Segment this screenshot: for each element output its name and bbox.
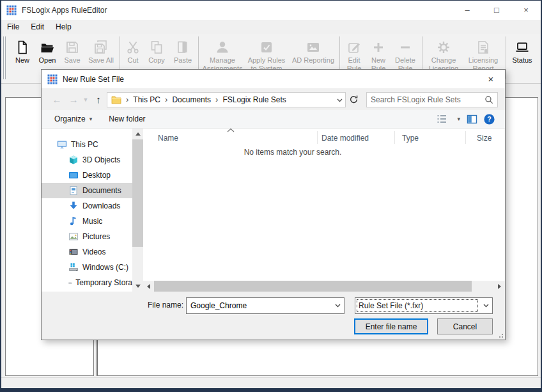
sidebar-item-windows-c[interactable]: Windows (C:) [42, 260, 132, 275]
dialog-navbar: ← → ▼ ↑ › This PC › Documents › FSLogix … [42, 89, 505, 110]
file-name-input[interactable] [187, 301, 331, 310]
dialog-commandbar: Organize ▾ New folder ▾ ? [42, 110, 505, 129]
chevron-down-icon[interactable] [331, 304, 344, 308]
column-separator[interactable] [394, 131, 395, 144]
paste-icon [175, 40, 190, 55]
new-rule-set-file-dialog: New Rule Set File × ← → ▼ ↑ › This PC › … [41, 69, 506, 340]
sidebar-item-3d-objects[interactable]: 3D Objects [42, 152, 132, 168]
edit-rule-button: Edit Rule [342, 34, 366, 73]
dialog-close-button[interactable]: × [480, 70, 502, 88]
toolbar-label: Save [64, 56, 80, 65]
organize-label: Organize [54, 114, 86, 123]
dialog-title: New Rule Set File [63, 75, 124, 84]
organize-button[interactable]: Organize ▾ [54, 114, 92, 123]
sidebar-item-label: 3D Objects [82, 155, 120, 164]
search-icon[interactable] [484, 95, 493, 104]
resize-grip[interactable] [497, 332, 504, 338]
sidebar-item-videos[interactable]: Videos [42, 244, 132, 260]
3d-objects-icon [68, 155, 79, 165]
gear-icon [436, 40, 451, 55]
menu-file[interactable]: File [1, 20, 25, 34]
sidebar-item-label: Desktop [82, 171, 111, 180]
search-input[interactable] [371, 95, 484, 104]
person-icon [215, 40, 230, 55]
toolbar-label: Copy [148, 56, 165, 65]
column-header-name[interactable]: Name [158, 134, 178, 143]
minus-icon [398, 40, 413, 55]
column-header-size[interactable]: Size [477, 134, 492, 143]
file-list: Name Date modified Type Size No items ma… [143, 129, 505, 292]
forward-arrow-icon[interactable]: → [66, 94, 81, 105]
open-button[interactable]: Open [35, 34, 60, 65]
new-folder-button[interactable]: New folder [109, 114, 145, 123]
delete-rule-button: Delete Rule [391, 34, 420, 73]
column-header-date-modified[interactable]: Date modified [321, 134, 369, 143]
back-arrow-icon[interactable]: ← [48, 94, 66, 105]
sidebar-scrollbar[interactable] [132, 129, 143, 292]
app-logo-icon [6, 5, 17, 15]
cancel-button[interactable]: Cancel [437, 318, 493, 334]
empty-list-message: No items match your search. [143, 148, 442, 157]
chevron-down-icon[interactable] [479, 304, 492, 308]
column-separator[interactable] [465, 131, 466, 144]
scroll-up-icon[interactable] [132, 129, 143, 139]
file-type-combobox[interactable]: Rule Set File (*.fxr) [355, 297, 493, 314]
refresh-icon[interactable] [346, 92, 361, 107]
enter-file-name-button[interactable]: Enter file name [354, 318, 428, 334]
svg-text:?: ? [487, 115, 491, 123]
help-icon[interactable]: ? [484, 114, 495, 125]
column-header-type[interactable]: Type [402, 134, 419, 143]
breadcrumb-fslogix-rule-sets[interactable]: FSLogix Rule Sets [222, 95, 286, 104]
window-title: FSLogix Apps RuleEditor [22, 6, 107, 15]
toolbar-grip[interactable] [3, 36, 6, 79]
scroll-down-icon[interactable] [132, 281, 143, 292]
maximize-button[interactable]: □ [482, 1, 511, 19]
sidebar-item-label: This PC [71, 140, 98, 149]
chevron-down-icon: ▾ [89, 116, 93, 122]
copy-button: Copy [144, 34, 169, 65]
menu-edit[interactable]: Edit [25, 20, 50, 34]
sort-ascending-icon [226, 128, 235, 132]
breadcrumb[interactable]: › This PC › Documents › FSLogix Rule Set… [107, 92, 346, 107]
breadcrumb-documents[interactable]: Documents [172, 95, 211, 104]
history-dropdown-icon[interactable]: ▼ [81, 97, 90, 103]
pictures-icon [68, 231, 79, 242]
new-button[interactable]: New [10, 34, 35, 65]
toolbar-label: Cut [127, 56, 138, 65]
ad-reporting-button: AD Reporting [289, 34, 337, 65]
views-dropdown-icon[interactable]: ▾ [457, 116, 460, 122]
scrollbar-thumb[interactable] [132, 139, 143, 247]
column-separator[interactable] [317, 131, 318, 144]
scroll-right-icon[interactable] [494, 281, 505, 292]
sidebar-item-this-pc[interactable]: This PC [42, 137, 132, 152]
toolbar-label: Status [512, 56, 532, 65]
desktop-icon [68, 170, 79, 180]
list-view-icon[interactable] [437, 114, 447, 123]
horizontal-scrollbar[interactable] [143, 281, 505, 292]
dialog-titlebar: New Rule Set File × [42, 70, 505, 88]
videos-icon [68, 247, 79, 257]
menu-help[interactable]: Help [50, 20, 77, 34]
sidebar-item-music[interactable]: Music [42, 214, 132, 229]
breadcrumb-dropdown-icon[interactable] [337, 95, 343, 104]
scroll-left-icon[interactable] [143, 281, 154, 292]
up-arrow-icon[interactable]: ↑ [90, 94, 107, 105]
plus-icon [371, 40, 386, 55]
scrollbar-thumb[interactable] [154, 281, 472, 292]
sidebar-item-desktop[interactable]: Desktop [42, 168, 132, 183]
toolbar-separator [506, 36, 506, 79]
sidebar-item-downloads[interactable]: Downloads [42, 198, 132, 214]
report-doc-icon [476, 40, 491, 55]
search-box [366, 92, 498, 107]
status-button[interactable]: Status [508, 34, 536, 65]
preview-pane-icon[interactable] [467, 114, 477, 124]
sidebar-item-documents[interactable]: Documents [42, 183, 132, 198]
sidebar-item-pictures[interactable]: Pictures [42, 229, 132, 244]
toolbar-label: Open [39, 56, 56, 65]
minimize-button[interactable]: – [453, 1, 482, 19]
toolbar-label: Paste [174, 56, 192, 65]
close-button[interactable]: × [511, 1, 541, 19]
breadcrumb-this-pc[interactable]: This PC [133, 95, 160, 104]
sidebar-item-temporary-storage[interactable]: Temporary Stora [42, 275, 132, 290]
dialog-content: This PC 3D Objects Desktop Documents Dow… [42, 129, 505, 292]
